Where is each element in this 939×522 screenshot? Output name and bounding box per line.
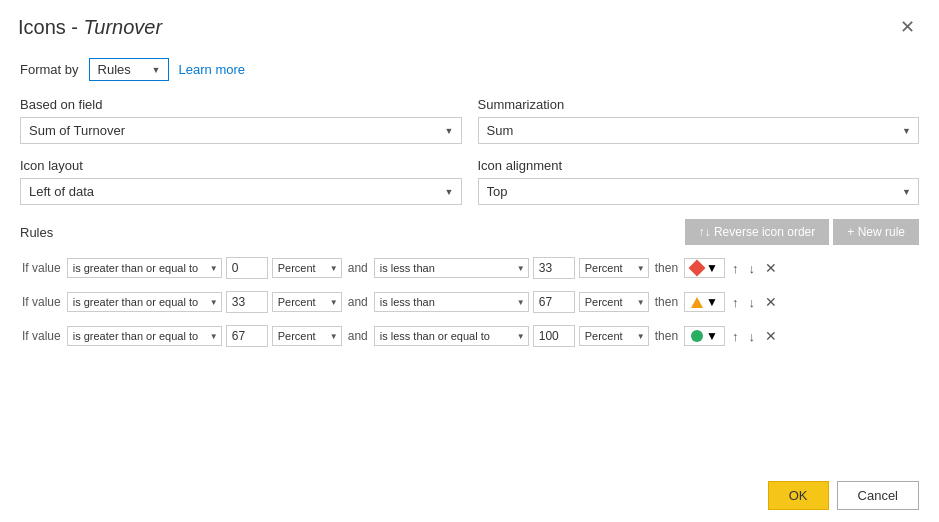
circle-icon xyxy=(691,330,703,342)
rules-container: If value is greater than or equal to Per… xyxy=(20,253,919,351)
rule-move-down-button-2[interactable]: ↓ xyxy=(745,328,758,345)
triangle-icon xyxy=(691,297,703,308)
reverse-icon-order-button[interactable]: ↑↓ Reverse icon order xyxy=(685,219,830,245)
rule-row: If value is greater than or equal to Per… xyxy=(20,253,919,283)
based-on-field-select-wrapper: Sum of Turnover xyxy=(20,117,462,144)
rule-move-down-button-0[interactable]: ↓ xyxy=(745,260,758,277)
rule-percent1-select-1[interactable]: Percent xyxy=(272,292,342,312)
format-by-label: Format by xyxy=(20,62,79,77)
rule-condition2-wrapper-1: is less than xyxy=(374,292,529,312)
rule-condition2-select-2[interactable]: is less than or equal to xyxy=(374,326,529,346)
if-label: If value xyxy=(20,261,63,275)
rule-value1-input-2[interactable] xyxy=(226,325,268,347)
icon-layout-select-wrapper: Left of data xyxy=(20,178,462,205)
icon-layout-group: Icon layout Left of data xyxy=(20,158,462,205)
rule-icon-button-2[interactable]: ▼ xyxy=(684,326,725,346)
rule-percent2-wrapper-0: Percent xyxy=(579,258,649,278)
then-label: then xyxy=(653,261,680,275)
format-by-select-wrapper: Rules xyxy=(89,58,169,81)
rule-condition1-wrapper-1: is greater than or equal to xyxy=(67,292,222,312)
rule-percent2-wrapper-2: Percent xyxy=(579,326,649,346)
rule-icon-button-0[interactable]: ▼ xyxy=(684,258,725,278)
title-italic: Turnover xyxy=(84,16,163,38)
rule-value1-input-0[interactable] xyxy=(226,257,268,279)
rules-header: Rules ↑↓ Reverse icon order + New rule xyxy=(20,219,919,245)
rule-percent1-select-0[interactable]: Percent xyxy=(272,258,342,278)
summarization-select-wrapper: Sum xyxy=(478,117,920,144)
icon-alignment-select-wrapper: Top xyxy=(478,178,920,205)
and-label: and xyxy=(346,295,370,309)
if-label: If value xyxy=(20,329,63,343)
then-label: then xyxy=(653,329,680,343)
title-bar: Icons - Turnover ✕ xyxy=(0,0,939,48)
dialog-title: Icons - Turnover xyxy=(18,16,162,39)
rule-condition1-select-1[interactable]: is greater than or equal to xyxy=(67,292,222,312)
rule-condition1-wrapper-2: is greater than or equal to xyxy=(67,326,222,346)
cancel-button[interactable]: Cancel xyxy=(837,481,919,510)
icon-dropdown-arrow: ▼ xyxy=(706,261,718,275)
and-label: and xyxy=(346,329,370,343)
if-label: If value xyxy=(20,295,63,309)
based-on-field-label: Based on field xyxy=(20,97,462,112)
rule-percent1-wrapper-0: Percent xyxy=(272,258,342,278)
rule-percent2-select-0[interactable]: Percent xyxy=(579,258,649,278)
rule-value1-input-1[interactable] xyxy=(226,291,268,313)
rule-percent2-wrapper-1: Percent xyxy=(579,292,649,312)
based-on-field-group: Based on field Sum of Turnover xyxy=(20,97,462,144)
rule-value2-input-2[interactable] xyxy=(533,325,575,347)
dialog-body: Format by Rules Learn more Based on fiel… xyxy=(0,48,939,469)
summarization-label: Summarization xyxy=(478,97,920,112)
rule-percent1-wrapper-1: Percent xyxy=(272,292,342,312)
rule-value2-input-0[interactable] xyxy=(533,257,575,279)
rule-condition2-select-1[interactable]: is less than xyxy=(374,292,529,312)
rule-move-up-button-1[interactable]: ↑ xyxy=(729,294,742,311)
rule-condition1-select-2[interactable]: is greater than or equal to xyxy=(67,326,222,346)
icon-dropdown-arrow: ▼ xyxy=(706,329,718,343)
close-button[interactable]: ✕ xyxy=(894,14,921,40)
rule-move-down-button-1[interactable]: ↓ xyxy=(745,294,758,311)
rule-condition2-wrapper-2: is less than or equal to xyxy=(374,326,529,346)
learn-more-link[interactable]: Learn more xyxy=(179,62,245,77)
rule-delete-button-0[interactable]: ✕ xyxy=(762,259,780,277)
rule-row: If value is greater than or equal to Per… xyxy=(20,287,919,317)
icon-alignment-label: Icon alignment xyxy=(478,158,920,173)
rule-move-up-button-0[interactable]: ↑ xyxy=(729,260,742,277)
format-by-select[interactable]: Rules xyxy=(89,58,169,81)
fields-row-2: Icon layout Left of data Icon alignment … xyxy=(20,158,919,205)
rule-condition1-wrapper-0: is greater than or equal to xyxy=(67,258,222,278)
rule-percent1-wrapper-2: Percent xyxy=(272,326,342,346)
rule-condition2-select-0[interactable]: is less than xyxy=(374,258,529,278)
rule-percent2-select-2[interactable]: Percent xyxy=(579,326,649,346)
format-by-row: Format by Rules Learn more xyxy=(20,58,919,81)
summarization-group: Summarization Sum xyxy=(478,97,920,144)
icon-layout-label: Icon layout xyxy=(20,158,462,173)
new-rule-button[interactable]: + New rule xyxy=(833,219,919,245)
rule-percent2-select-1[interactable]: Percent xyxy=(579,292,649,312)
dialog: Icons - Turnover ✕ Format by Rules Learn… xyxy=(0,0,939,522)
title-prefix: Icons - xyxy=(18,16,84,38)
rules-buttons: ↑↓ Reverse icon order + New rule xyxy=(685,219,919,245)
icon-dropdown-arrow: ▼ xyxy=(706,295,718,309)
based-on-field-select[interactable]: Sum of Turnover xyxy=(20,117,462,144)
rule-value2-input-1[interactable] xyxy=(533,291,575,313)
rule-delete-button-2[interactable]: ✕ xyxy=(762,327,780,345)
rule-icon-button-1[interactable]: ▼ xyxy=(684,292,725,312)
and-label: and xyxy=(346,261,370,275)
summarization-select[interactable]: Sum xyxy=(478,117,920,144)
rule-move-up-button-2[interactable]: ↑ xyxy=(729,328,742,345)
rule-condition2-wrapper-0: is less than xyxy=(374,258,529,278)
ok-button[interactable]: OK xyxy=(768,481,829,510)
then-label: then xyxy=(653,295,680,309)
dialog-footer: OK Cancel xyxy=(0,469,939,522)
rules-label: Rules xyxy=(20,225,53,240)
diamond-icon xyxy=(689,260,706,277)
rule-percent1-select-2[interactable]: Percent xyxy=(272,326,342,346)
icon-alignment-select[interactable]: Top xyxy=(478,178,920,205)
rule-condition1-select-0[interactable]: is greater than or equal to xyxy=(67,258,222,278)
fields-row-1: Based on field Sum of Turnover Summariza… xyxy=(20,97,919,144)
icon-alignment-group: Icon alignment Top xyxy=(478,158,920,205)
rule-row: If value is greater than or equal to Per… xyxy=(20,321,919,351)
icon-layout-select[interactable]: Left of data xyxy=(20,178,462,205)
rule-delete-button-1[interactable]: ✕ xyxy=(762,293,780,311)
